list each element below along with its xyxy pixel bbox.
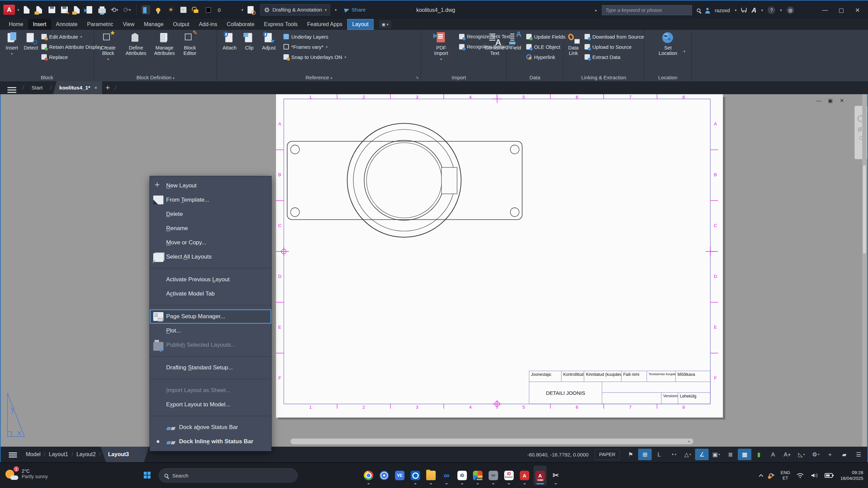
ribbon-tab-insert[interactable]: Insert — [28, 19, 51, 30]
ribbon-tab-home[interactable]: Home — [4, 19, 28, 30]
ribbon-display-toggle[interactable]: ▣▾ — [379, 20, 391, 28]
insert-block-button[interactable]: Insert ▾ — [2, 32, 22, 57]
restore-button[interactable]: ▢ — [835, 7, 847, 14]
taskbar-app-digidoc[interactable]: iDDIGIDOC — [502, 466, 515, 485]
layer-on-off-button[interactable] — [153, 5, 163, 15]
panel-title-block-definition[interactable]: Block Definition ▾ — [94, 75, 217, 80]
menu-item-rename[interactable]: Rename — [150, 221, 271, 236]
field-button[interactable]: A Field — [507, 32, 524, 50]
panel-title-block[interactable]: Block — [0, 75, 94, 80]
taskbar-app-autocad[interactable]: ACAD — [534, 466, 547, 485]
taskbar-app-spiral-app[interactable] — [378, 466, 391, 485]
annotation-visibility-toggle[interactable]: A — [766, 449, 780, 460]
help-button[interactable]: ? — [768, 6, 775, 14]
ribbon-tab-collaborate[interactable]: Collaborate — [222, 19, 259, 30]
download-from-source-button[interactable]: Download from Source — [585, 33, 644, 40]
match-layer-button[interactable] — [245, 5, 256, 15]
menu-item-select-all-layouts[interactable]: Select All Layouts — [150, 250, 271, 264]
annotation-scale-caret-icon[interactable]: ▾ — [803, 453, 805, 456]
taskbar-app-acrobat[interactable]: A — [518, 466, 531, 485]
open-from-web-button[interactable] — [72, 5, 82, 15]
combine-text-button[interactable]: A Combine Text — [484, 32, 505, 56]
extract-data-button[interactable]: Extract Data — [585, 53, 620, 61]
sync-status-icon[interactable]: ⟳ — [769, 471, 774, 480]
menu-item-new-layout[interactable]: New Layout — [150, 179, 271, 193]
new-drawing-button[interactable] — [22, 5, 32, 15]
app-menu-caret-icon[interactable]: ▾ — [17, 8, 19, 12]
panel-title-linking[interactable]: Linking & Extraction — [564, 75, 644, 80]
pdf-import-button[interactable]: PDF Import ▾ — [431, 32, 451, 62]
customization-toggle[interactable]: ☰ — [852, 449, 865, 460]
layer-color-swatch[interactable] — [203, 5, 214, 15]
feedback-icon[interactable]: ◍ — [787, 6, 794, 14]
frames-button[interactable]: *Frames vary*▾ — [283, 43, 328, 50]
adjust-button[interactable]: Adjust — [259, 32, 279, 50]
annotation-monitor-toggle[interactable]: + — [823, 449, 837, 460]
workspace-switching-toggle[interactable]: ⚙▾ — [809, 449, 823, 460]
ribbon-tab-annotate[interactable]: Annotate — [51, 19, 82, 30]
taskbar-app-file-explorer[interactable] — [425, 466, 437, 485]
menu-item-activate-model-tab[interactable]: Activate Model Tab — [150, 287, 271, 301]
vertical-scrollbar-thumb[interactable] — [863, 165, 866, 253]
app-menu-button[interactable]: A — [3, 5, 15, 15]
lineweight-toggle[interactable]: ≣ — [724, 449, 737, 460]
taskbar-search[interactable]: Search — [159, 468, 298, 483]
redo-button[interactable]: ⟳▾ — [122, 5, 132, 15]
menu-item-dock-inline-with-status-bar[interactable]: Dock Inline with Status Bar — [150, 434, 271, 449]
volume-icon[interactable] — [810, 472, 818, 479]
ribbon-tab-parametric[interactable]: Parametric — [82, 19, 118, 30]
taskbar-app-snipping-tool[interactable]: ✂ — [549, 466, 562, 485]
attach-button[interactable]: Attach — [220, 32, 239, 50]
menu-item-plot[interactable]: Plot... — [150, 324, 271, 338]
create-block-button[interactable]: ★ Create Block ▾ — [98, 32, 118, 62]
battery-icon[interactable] — [825, 472, 834, 479]
scrollbar-arrow-icon[interactable]: ▲ — [687, 439, 691, 443]
pan-icon[interactable] — [860, 127, 862, 131]
drawing-restore-button[interactable]: ▣ — [827, 98, 833, 104]
layer-thaw-button[interactable]: ☀ — [166, 5, 176, 15]
save-as-button[interactable] — [59, 5, 70, 15]
object-snap-caret-icon[interactable]: ▾ — [718, 453, 720, 456]
layout-tabs-menu-icon[interactable] — [9, 452, 17, 453]
ribbon-tab-view[interactable]: View — [118, 19, 139, 30]
menu-item-dock-above-status-bar[interactable]: Dock above Status Bar — [150, 420, 271, 434]
selection-cycling-toggle[interactable]: ▮ — [752, 449, 766, 460]
upload-to-source-button[interactable]: Upload to Source — [585, 43, 632, 50]
wifi-icon[interactable] — [796, 472, 804, 479]
save-to-web-button[interactable] — [84, 5, 95, 15]
workspace-switching-caret-icon[interactable]: ▾ — [818, 453, 820, 456]
new-drawing-tab-button[interactable]: + — [105, 83, 110, 92]
file-tabs-menu-icon[interactable] — [7, 87, 16, 88]
start-button[interactable] — [144, 472, 147, 475]
snap-mode-toggle[interactable]: ⊞ — [638, 449, 652, 460]
ribbon-tab-express-tools[interactable]: Express Tools — [259, 19, 302, 30]
menu-item-page-setup-manager[interactable]: Page Setup Manager... — [150, 309, 271, 324]
taskbar-app-task-view[interactable] — [347, 466, 359, 485]
underlay-layers-button[interactable]: Underlay Layers — [283, 33, 328, 40]
panel-title-location[interactable]: Location — [644, 75, 691, 80]
tray-overflow-chevron-icon[interactable] — [759, 474, 764, 479]
save-button[interactable] — [47, 5, 57, 15]
taskbar-app-meta[interactable]: ∞ — [440, 466, 453, 485]
share-button[interactable]: Share — [344, 7, 366, 13]
hyperlink-button[interactable]: Hyperlink — [526, 53, 555, 61]
menu-item-from-template[interactable]: From Template... — [150, 193, 271, 207]
ribbon-tab-layout[interactable]: Layout — [347, 19, 374, 30]
snap-to-underlays-button[interactable]: Snap to Underlays ON▾ — [283, 53, 346, 61]
minimize-button[interactable]: — — [819, 7, 831, 14]
redo-caret-icon[interactable]: ▾ — [129, 8, 131, 12]
panel-title-data[interactable]: Data — [507, 75, 563, 80]
user-avatar-icon[interactable] — [705, 11, 710, 14]
horizontal-scrollbar[interactable]: ▲ — [291, 439, 693, 444]
taskbar-app-controller-app[interactable] — [487, 466, 500, 485]
layer-dropdown-caret-icon[interactable]: ▾ — [241, 8, 243, 12]
qat-overflow-caret-icon[interactable]: ▾ — [335, 8, 337, 12]
layout-tab-layout3[interactable]: Layout3 — [101, 447, 149, 462]
detect-button[interactable]: Detect — [21, 32, 41, 50]
undo-button[interactable]: ⟲▾ — [110, 5, 120, 15]
user-caret-icon[interactable]: ▾ — [735, 8, 737, 13]
infer-constraints-toggle[interactable]: ⚑ — [624, 449, 637, 460]
ribbon-tab-featured-apps[interactable]: Featured Apps — [302, 19, 347, 30]
polar-tracking-toggle[interactable]: ◔▾ — [667, 449, 680, 460]
undo-caret-icon[interactable]: ▾ — [116, 8, 118, 12]
